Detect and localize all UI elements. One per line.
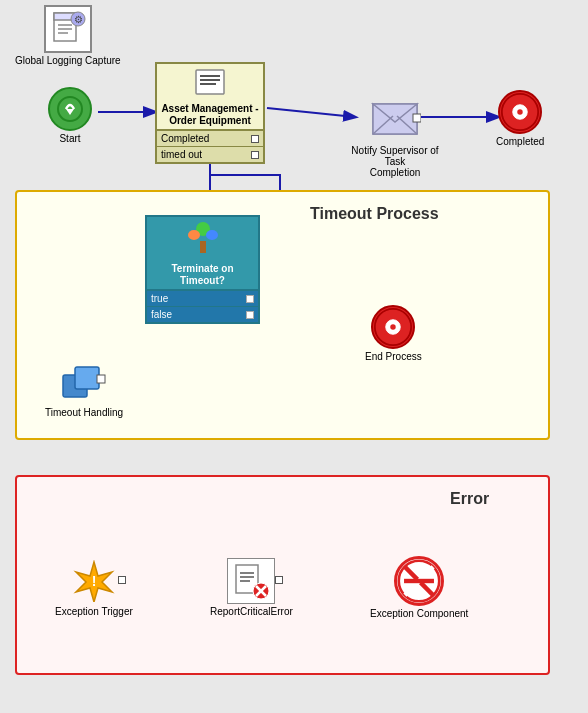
- terminate-title: Terminate onTimeout?: [171, 263, 233, 287]
- svg-text:⚙: ⚙: [73, 14, 82, 25]
- timeout-process-label: Timeout Process: [310, 205, 439, 223]
- svg-point-35: [391, 324, 396, 329]
- exception-trigger-label: Exception Trigger: [55, 606, 133, 617]
- global-logging-icon: ⚙: [44, 5, 92, 53]
- exception-component-icon: [394, 556, 444, 606]
- output-completed: Completed: [157, 130, 263, 146]
- terminate-outputs: true false: [147, 289, 258, 322]
- svg-line-1: [267, 108, 355, 117]
- start-node: Start: [48, 87, 92, 144]
- end-process-label: End Process: [365, 351, 422, 362]
- svg-point-28: [517, 109, 522, 114]
- timeout-handling-icon: [61, 365, 107, 405]
- svg-rect-37: [75, 367, 99, 389]
- asset-mgmt-box: Asset Management -Order Equipment Comple…: [155, 62, 265, 164]
- output-true: true: [147, 290, 258, 306]
- notify-label: Notify Supervisor of TaskCompletion: [350, 145, 440, 178]
- completed-node: Completed: [496, 90, 544, 147]
- svg-rect-16: [196, 70, 224, 94]
- error-box-label: Error: [450, 490, 489, 508]
- timeout-handling-node: Timeout Handling: [45, 365, 123, 418]
- exception-component-node: Exception Component: [370, 556, 468, 619]
- notify-node: Notify Supervisor of TaskCompletion: [350, 95, 440, 178]
- svg-rect-25: [413, 114, 421, 122]
- output-false: false: [147, 306, 258, 322]
- end-process-icon: [371, 305, 415, 349]
- exception-trigger-node: ! Exception Trigger: [55, 558, 133, 617]
- report-critical-icon: [227, 558, 275, 604]
- global-logging-label: Global Logging Capture: [15, 55, 121, 66]
- asset-mgmt-outputs: Completed timed out: [157, 129, 263, 162]
- completed-port: [251, 135, 259, 143]
- start-label: Start: [59, 133, 80, 144]
- timedout-port: [251, 151, 259, 159]
- true-port: [246, 295, 254, 303]
- false-port: [246, 311, 254, 319]
- svg-point-30: [188, 230, 200, 240]
- svg-point-31: [206, 230, 218, 240]
- terminate-node: Terminate onTimeout? true false: [145, 215, 260, 324]
- terminate-box: Terminate onTimeout? true false: [145, 215, 260, 324]
- end-process-node: End Process: [365, 305, 422, 362]
- completed-label: Completed: [496, 136, 544, 147]
- exception-trigger-icon: !: [70, 558, 118, 604]
- start-icon: [48, 87, 92, 131]
- output-timedout: timed out: [157, 146, 263, 162]
- asset-mgmt-icon: [194, 68, 226, 101]
- asset-mgmt-node: Asset Management -Order Equipment Comple…: [155, 62, 265, 164]
- svg-text:!: !: [92, 573, 97, 589]
- notify-icon: [369, 95, 421, 143]
- completed-icon: [498, 90, 542, 134]
- terminate-header: Terminate onTimeout?: [147, 217, 258, 289]
- global-logging-node: ⚙ Global Logging Capture: [15, 5, 121, 66]
- report-critical-label: ReportCriticalError: [210, 606, 293, 617]
- svg-rect-32: [200, 241, 206, 253]
- exception-component-label: Exception Component: [370, 608, 468, 619]
- asset-mgmt-title: Asset Management -Order Equipment: [161, 103, 258, 127]
- canvas: ⚙ Global Logging Capture Start: [0, 0, 588, 713]
- timeout-handling-label: Timeout Handling: [45, 407, 123, 418]
- report-critical-node: ReportCriticalError: [210, 558, 293, 617]
- svg-rect-38: [97, 375, 105, 383]
- asset-mgmt-header: Asset Management -Order Equipment: [157, 64, 263, 129]
- terminate-icon: [184, 221, 222, 261]
